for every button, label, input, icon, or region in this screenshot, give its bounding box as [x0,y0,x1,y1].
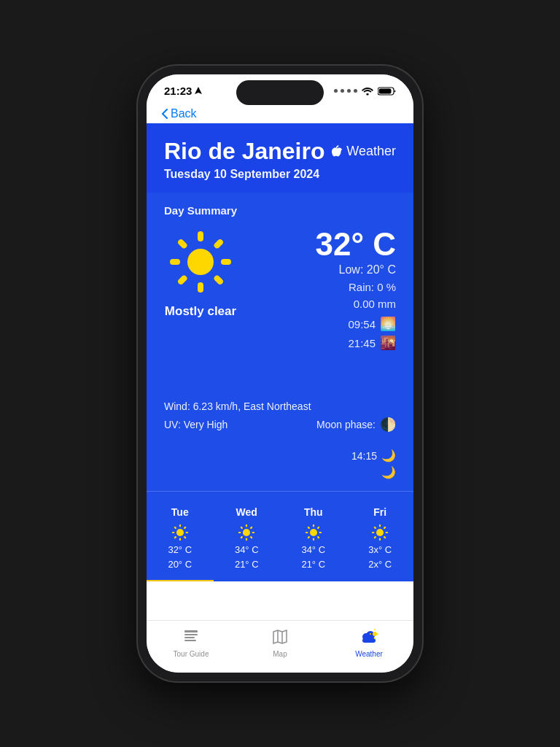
svg-rect-22 [246,538,247,541]
svg-rect-8 [176,274,188,286]
summary-content: Mostly clear 32° C Low: 20° C Rain: 0 % … [164,225,396,354]
moon-set-icon: 🌙 [381,465,396,479]
svg-rect-31 [313,538,314,541]
svg-rect-4 [198,282,203,293]
svg-rect-6 [221,259,231,265]
forecast-day-label: Tue [171,506,189,518]
moon-phase-container: Moon phase: 🌓 [316,417,396,433]
svg-rect-47 [184,630,198,632]
svg-rect-44 [374,536,377,539]
phone-frame: 21:23 [138,66,422,681]
section-label: Day Summary [164,204,396,217]
svg-rect-13 [179,538,181,541]
svg-rect-56 [362,638,376,643]
forecast-day[interactable]: Tue 32° C20° C [147,500,214,581]
moon-phase-icon: 🌓 [380,417,396,433]
sun-svg [164,225,237,298]
svg-rect-26 [241,536,244,539]
svg-point-38 [376,529,384,536]
svg-rect-43 [384,526,386,529]
brand-text: Weather [346,144,396,159]
svg-marker-51 [273,630,287,643]
forecast-day-label: Thu [304,506,323,518]
forecast-day-label: Fri [373,506,386,518]
moon-time-info: 14:15 🌙 🌙 [351,449,396,482]
location-arrow-icon [195,87,202,96]
signal-dots [334,89,357,93]
back-button[interactable]: Back [161,107,399,120]
rain-mm: 0.00 mm [315,298,396,310]
back-label: Back [171,107,197,120]
tour-guide-tab-label: Tour Guide [174,650,209,658]
brand-label: Weather [330,144,396,159]
svg-point-57 [373,632,377,636]
forecast-sun-icon [236,522,257,543]
tab-bar: Tour Guide Map Weather [147,620,413,673]
sunrise-row: 09:54 🌅 [315,316,396,332]
wind-row: Wind: 6.23 km/h, East Northeast [164,400,396,412]
sun-times: 09:54 🌅 21:45 🌇 [315,316,396,351]
moon-set-row: 🌙 [351,465,396,479]
title-row: Rio de Janeiro Weather [164,138,396,165]
svg-rect-49 [184,637,195,638]
main-temp: 32° C [315,228,396,260]
time-display: 21:23 [164,85,192,97]
svg-rect-27 [241,526,244,529]
svg-rect-28 [250,536,253,539]
svg-rect-32 [306,532,308,533]
svg-point-2 [187,249,214,275]
svg-rect-45 [374,526,377,529]
forecast-day[interactable]: Wed 34° C21° C [214,500,281,581]
day-summary-section: Day Summary [147,193,413,365]
svg-rect-16 [183,526,186,529]
moon-section: 14:15 🌙 🌙 [147,449,413,491]
svg-rect-40 [379,538,381,541]
svg-rect-25 [250,526,253,529]
sun-icon: Mostly clear [164,225,237,319]
status-icons [334,87,396,96]
svg-point-29 [310,529,317,536]
svg-point-11 [176,529,184,536]
forecast-sun-icon [170,522,190,543]
svg-rect-19 [183,536,186,539]
tour-guide-icon [182,628,200,646]
temp-info: 32° C Low: 20° C Rain: 0 % 0.00 mm 09:54… [315,225,396,354]
spacer [147,365,413,395]
map-tab-icon [270,627,290,647]
tab-tour-guide[interactable]: Tour Guide [166,627,217,658]
forecast-day[interactable]: Thu 34° C21° C [280,500,347,581]
tab-weather[interactable]: Weather [343,627,394,658]
rain-percent: Rain: 0 % [315,281,396,293]
forecast-day-label: Wed [236,506,257,518]
svg-point-20 [243,529,250,536]
moon-time-row: 14:15 🌙 [351,449,396,462]
wind-text: Wind: 6.23 km/h, East Northeast [164,400,311,412]
date-text: Tuesday 10 September 2024 [164,168,396,181]
uv-text: UV: Very High [164,419,228,430]
tab-map[interactable]: Map [254,627,306,658]
forecast-day[interactable]: Fri 3x° C2x° C [347,500,414,581]
low-temp: Low: 20° C [315,263,396,276]
svg-rect-9 [176,238,188,249]
weather-tab-label: Weather [355,650,383,658]
sunset-icon: 🌇 [380,335,396,351]
main-content: Rio de Janeiro Weather Tuesday 10 Septem… [147,123,413,620]
svg-rect-10 [213,274,225,286]
svg-rect-1 [379,88,392,93]
svg-rect-46 [384,536,386,539]
svg-rect-34 [316,526,319,529]
svg-rect-24 [252,532,255,533]
svg-rect-36 [307,526,310,529]
phone-screen: 21:23 [147,74,413,673]
svg-rect-23 [238,532,241,533]
forecast-temps: 32° C20° C [168,543,192,571]
forecast-temps: 3x° C2x° C [368,543,392,571]
weather-cloud-icon [359,628,379,646]
chevron-left-icon [161,109,168,119]
svg-rect-18 [174,526,176,529]
forecast-section: Tue 32° C20° C Wed [147,491,413,581]
condition-text: Mostly clear [165,304,236,319]
svg-rect-21 [246,525,247,527]
tour-guide-tab-icon [181,627,201,647]
svg-rect-15 [185,532,188,533]
